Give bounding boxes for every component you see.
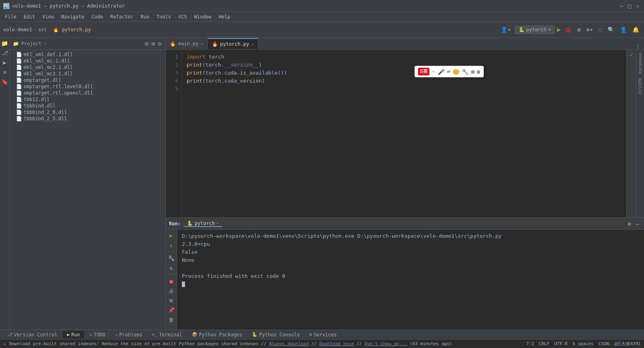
tab-pytorch-py[interactable]: 🔥 pytorch.py ✕ xyxy=(208,38,258,49)
file-item[interactable]: 📄 tbbbind_2_5.dll xyxy=(10,115,165,122)
sidebar-settings[interactable]: ⚙ xyxy=(157,40,162,48)
file-item[interactable]: 📄 mkl_vml_mc.1.dll xyxy=(10,58,165,64)
bottom-tab-run[interactable]: ▶ Run xyxy=(63,331,84,339)
maximize-button[interactable]: □ xyxy=(626,3,633,9)
tab-close-main[interactable]: ✕ xyxy=(201,42,203,46)
run-panel-left: Run: 🐍 pytorch ✕ xyxy=(169,221,222,227)
interpreter-label: pytorch xyxy=(526,27,547,32)
menu-edit[interactable]: Edit xyxy=(20,13,38,20)
menu-view[interactable]: View xyxy=(39,13,57,20)
file-icon: 📄 xyxy=(16,65,22,70)
tab-more-button[interactable]: ⋮ xyxy=(632,43,644,49)
build-button[interactable]: ⬚ xyxy=(597,26,604,34)
ime-grid-icon[interactable]: ⊞ xyxy=(471,69,474,75)
file-item[interactable]: 📄 omptarget.rtl.opencl.dll xyxy=(10,90,165,96)
file-icon: 📄 xyxy=(16,103,22,109)
run-button[interactable]: ▶ xyxy=(557,26,561,33)
bottom-tab-bar: ⎇ Version Control ▶ Run ☑ TODO ⚠ Problem… xyxy=(0,330,644,339)
menu-run[interactable]: Run xyxy=(137,13,153,20)
user-icon[interactable]: 👤▾ xyxy=(499,26,512,34)
menu-window[interactable]: Window xyxy=(191,13,215,20)
debug-button[interactable]: 🐞 xyxy=(563,26,573,34)
search-button[interactable]: 🔍 xyxy=(606,26,616,34)
bottom-tab-services[interactable]: ⚙ Services xyxy=(305,331,340,339)
activity-commit[interactable]: ⎇ xyxy=(1,49,9,57)
file-item[interactable]: 📄 mkl_vml_mc3.1.dll xyxy=(10,71,165,77)
bottom-tab-terminal[interactable]: >_ Terminal xyxy=(148,331,186,339)
menu-vcs[interactable]: VCS xyxy=(175,13,190,20)
rerun-button[interactable]: ▶ xyxy=(167,231,175,239)
bottom-tab-run-label: Run xyxy=(71,332,80,338)
file-item[interactable]: 📄 mkl_vml_def.1.dll xyxy=(10,51,165,58)
file-item[interactable]: 📄 tbbbind.dll xyxy=(10,103,165,109)
menu-refactor[interactable]: Refactor xyxy=(107,13,137,20)
activity-structure[interactable]: ≡ xyxy=(1,68,9,76)
bottom-tab-problems[interactable]: ⚠ Problems xyxy=(111,331,146,339)
always-download-link[interactable]: Always download xyxy=(269,341,309,346)
bottom-tab-todo[interactable]: ☑ TODO xyxy=(86,331,110,339)
charset[interactable]: UTF-8 xyxy=(554,341,568,346)
sidebar-expand-all[interactable]: ⊞ xyxy=(151,40,155,48)
bottom-tab-python-packages[interactable]: 📦 Python Packages xyxy=(188,331,246,339)
ime-tools-icon[interactable]: 🔧 xyxy=(462,69,469,75)
activity-bookmarks[interactable]: 🔖 xyxy=(1,78,9,86)
sidebar-header-icons: ⊟ ⊞ ⚙ xyxy=(144,40,162,48)
code-editor[interactable]: import torch print(torch.__version__) pr… xyxy=(182,50,626,217)
notification-text: Download pre-built shared indexes: Reduc… xyxy=(9,341,523,346)
trash-icon[interactable]: 🗑 xyxy=(167,316,175,324)
run-settings-icon[interactable]: ⚙ xyxy=(626,220,632,228)
print-icon[interactable]: 🖨 xyxy=(167,287,175,295)
stop-button[interactable]: ■ xyxy=(167,277,175,285)
wrench-icon[interactable]: 🔧 xyxy=(167,254,175,262)
menu-tools[interactable]: Tools xyxy=(153,13,174,20)
tab-main-py[interactable]: 🔥 main.py ✕ xyxy=(166,38,208,49)
run-tab-pytorch[interactable]: 🐍 pytorch ✕ xyxy=(184,221,222,227)
scroll-down-button[interactable]: ↓ xyxy=(167,241,175,249)
bottom-tab-version-control-label: Version Control xyxy=(14,332,57,338)
file-item[interactable]: 📄 omptarget.dll xyxy=(10,77,165,83)
interpreter-selector[interactable]: 🐍 pytorch ▾ xyxy=(515,26,555,34)
download-once-link[interactable]: Download once xyxy=(319,341,354,346)
run-tab-close-icon[interactable]: ✕ xyxy=(216,221,219,225)
breadcrumb-project[interactable]: volo-demo1 xyxy=(3,27,32,32)
clear-icon[interactable]: ⊠ xyxy=(167,296,175,304)
coverage-button[interactable]: ⊞ xyxy=(576,26,582,34)
menu-file[interactable]: File xyxy=(2,13,20,20)
tab-close-pytorch[interactable]: ✕ xyxy=(252,42,254,47)
ime-dot-icon[interactable]: · xyxy=(432,69,435,75)
menu-help[interactable]: Help xyxy=(215,13,233,20)
line-ending[interactable]: CRLF xyxy=(539,341,550,346)
ime-keyboard-icon[interactable]: ⌨ xyxy=(447,69,450,75)
indent[interactable]: 4 spaces xyxy=(572,341,594,346)
activity-project[interactable]: 📁 xyxy=(1,39,9,47)
cursor-position[interactable]: 7:1 xyxy=(526,341,534,346)
notification-button[interactable]: 🔔 xyxy=(631,26,641,34)
file-item[interactable]: 📄 tbb12.dll xyxy=(10,96,165,103)
sidebar-collapse-icon[interactable]: 📁 xyxy=(13,41,19,47)
ime-settings-icon[interactable]: ⚙ xyxy=(477,69,480,75)
activity-run-debug[interactable]: ▶ xyxy=(1,59,9,67)
file-item[interactable]: 📄 tbbbind_2_0.dll xyxy=(10,109,165,115)
filter-icon[interactable]: ⇅ xyxy=(167,264,175,272)
settings-button[interactable]: 👤 xyxy=(618,26,628,34)
menu-navigate[interactable]: Navigate xyxy=(58,13,88,20)
pin-icon[interactable]: 📌 xyxy=(167,306,175,314)
dont-show-link[interactable]: Don't show ag... xyxy=(364,341,407,346)
side-tab-aiview[interactable]: AIVIEW xyxy=(637,77,644,96)
close-button[interactable]: ✕ xyxy=(634,3,641,9)
file-item[interactable]: 📄 omptarget.rtl.level0.dll xyxy=(10,83,165,90)
profile-button[interactable]: ⊕▾ xyxy=(585,26,595,34)
menu-code[interactable]: Code xyxy=(89,13,107,20)
breadcrumb-src[interactable]: src xyxy=(38,27,47,32)
side-tab-database[interactable]: Database xyxy=(637,51,644,76)
ime-emoji-icon[interactable]: 😊 xyxy=(453,69,459,75)
file-item[interactable]: 📄 mkl_vml_mc2.1.dll xyxy=(10,64,165,71)
run-minimize-icon[interactable]: ― xyxy=(634,220,641,228)
minimize-button[interactable]: − xyxy=(618,3,625,9)
ime-mic-icon[interactable]: 🎤 xyxy=(438,69,445,75)
breadcrumb-file[interactable]: 🔥 pytorch.py xyxy=(53,27,91,32)
sidebar-collapse-all[interactable]: ⊟ xyxy=(144,40,149,48)
python-packages-icon: 📦 xyxy=(192,332,197,337)
bottom-tab-version-control[interactable]: ⎇ Version Control xyxy=(3,331,61,339)
bottom-tab-python-console[interactable]: 🐍 Python Console xyxy=(248,331,304,339)
